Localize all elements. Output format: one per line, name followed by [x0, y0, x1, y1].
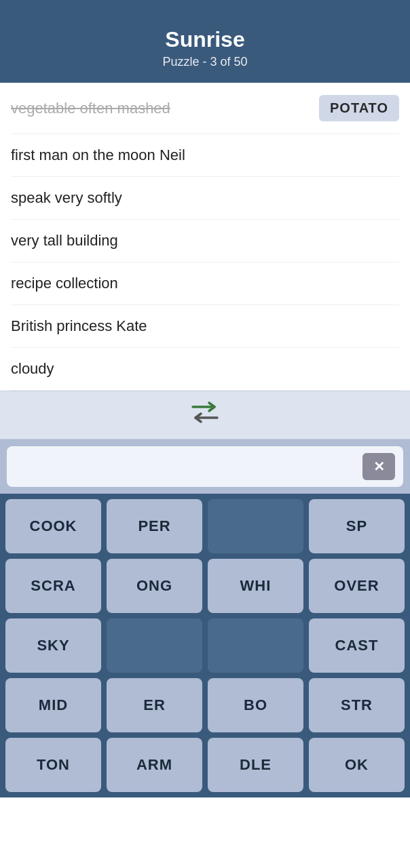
delete-button[interactable]: ✕ — [362, 453, 395, 480]
clue-row: cloudy — [11, 348, 399, 391]
clue-text: cloudy — [11, 360, 54, 378]
key-cast[interactable]: CAST — [309, 618, 405, 673]
input-box: ✕ — [7, 446, 403, 487]
key-scra[interactable]: SCRA — [5, 559, 101, 613]
key-per[interactable]: PER — [107, 499, 202, 553]
key-sp[interactable]: SP — [309, 499, 405, 553]
key-ong[interactable]: ONG — [107, 559, 202, 613]
clue-text: speak very softly — [11, 189, 122, 207]
clue-row: British princess Kate — [11, 305, 399, 348]
key-arm[interactable]: ARM — [107, 738, 202, 792]
clue-row: recipe collection — [11, 262, 399, 305]
key-str[interactable]: STR — [309, 678, 405, 732]
answer-badge: POTATO — [319, 95, 399, 121]
key-er[interactable]: ER — [107, 678, 202, 732]
clue-text: recipe collection — [11, 275, 118, 292]
clue-row: vegetable often mashedPOTATO — [11, 83, 399, 134]
clue-row: first man on the moon Neil — [11, 134, 399, 177]
key-empty — [107, 618, 202, 673]
keyboard-area: COOKPERSPSCRAONGWHIOVERSKYCASTMIDERBOSTR… — [0, 494, 410, 797]
clues-area: vegetable often mashedPOTATOfirst man on… — [0, 83, 410, 391]
clue-text: very tall building — [11, 232, 118, 250]
clue-text: first man on the moon Neil — [11, 146, 185, 164]
key-whi[interactable]: WHI — [208, 559, 303, 613]
shuffle-area[interactable] — [0, 391, 410, 439]
key-ton[interactable]: TON — [5, 738, 101, 792]
puzzle-subtitle: Puzzle - 3 of 50 — [14, 55, 396, 69]
shuffle-icon[interactable] — [189, 399, 221, 432]
clue-text: British princess Kate — [11, 317, 147, 335]
key-dle[interactable]: DLE — [208, 738, 303, 792]
input-area: ✕ — [0, 439, 410, 494]
key-sky[interactable]: SKY — [5, 618, 101, 673]
key-mid[interactable]: MID — [5, 678, 101, 732]
clue-row: very tall building — [11, 220, 399, 262]
clue-text: vegetable often mashed — [11, 100, 170, 117]
clue-row: speak very softly — [11, 177, 399, 220]
key-empty — [208, 499, 303, 553]
header: Sunrise Puzzle - 3 of 50 — [0, 0, 410, 83]
key-over[interactable]: OVER — [309, 559, 405, 613]
key-bo[interactable]: BO — [208, 678, 303, 732]
key-ok[interactable]: OK — [309, 738, 405, 792]
key-cook[interactable]: COOK — [5, 499, 101, 553]
key-empty — [208, 618, 303, 673]
delete-icon: ✕ — [373, 458, 385, 475]
app-title: Sunrise — [14, 27, 396, 52]
